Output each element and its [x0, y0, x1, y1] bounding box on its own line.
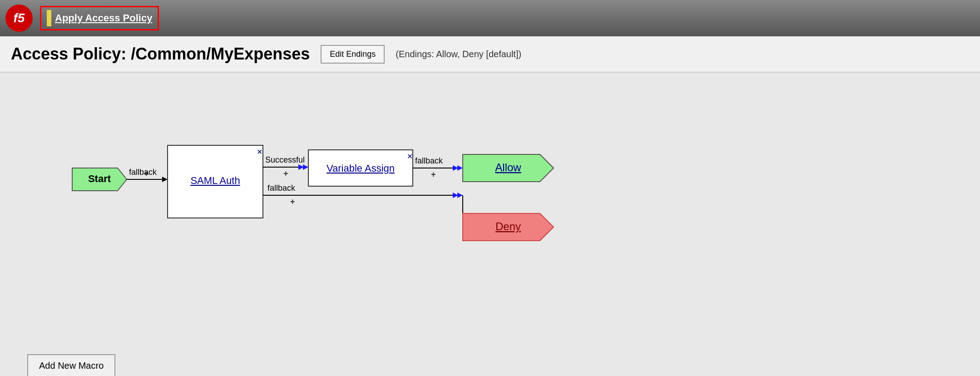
deny-node-label[interactable]: Deny [495, 220, 521, 233]
variable-assign-node-label[interactable]: Variable Assign [327, 163, 395, 174]
svg-text:+: + [290, 197, 295, 206]
svg-marker-16 [457, 165, 463, 171]
svg-marker-22 [457, 193, 463, 198]
svg-marker-4 [162, 177, 168, 182]
add-macro-section: Add New Macro [0, 336, 980, 376]
svg-text:fallback: fallback [129, 168, 157, 177]
svg-text:fallback: fallback [267, 183, 296, 193]
apply-policy-button[interactable]: Apply Access Policy [40, 6, 159, 30]
variable-assign-close-icon[interactable]: ✕ [407, 153, 413, 160]
svg-text:fallback: fallback [415, 156, 443, 165]
flow-canvas: Start + fallback SAML Auth ✕ Successful … [0, 73, 980, 336]
policy-title: Access Policy: /Common/MyExpenses [11, 45, 310, 64]
saml-auth-node-label[interactable]: SAML Auth [190, 175, 240, 186]
allow-node-label[interactable]: Allow [495, 161, 521, 173]
flow-diagram: Start + fallback SAML Auth ✕ Successful … [59, 100, 921, 282]
apply-policy-label: Apply Access Policy [55, 12, 152, 24]
saml-auth-close-icon[interactable]: ✕ [257, 148, 262, 156]
endings-info: (Endings: Allow, Deny [default]) [396, 49, 521, 59]
svg-text:Successful: Successful [265, 155, 305, 164]
yellow-bar-icon [47, 10, 51, 26]
svg-text:+: + [431, 170, 436, 179]
add-new-macro-button[interactable]: Add New Macro [27, 354, 115, 376]
start-node-label: Start [88, 173, 111, 184]
svg-marker-10 [303, 164, 308, 170]
edit-endings-button[interactable]: Edit Endings [321, 45, 385, 64]
f5-logo: f5 [5, 5, 33, 32]
policy-title-bar: Access Policy: /Common/MyExpenses Edit E… [0, 36, 980, 73]
svg-text:+: + [283, 169, 288, 178]
header: f5 Apply Access Policy [0, 0, 980, 36]
